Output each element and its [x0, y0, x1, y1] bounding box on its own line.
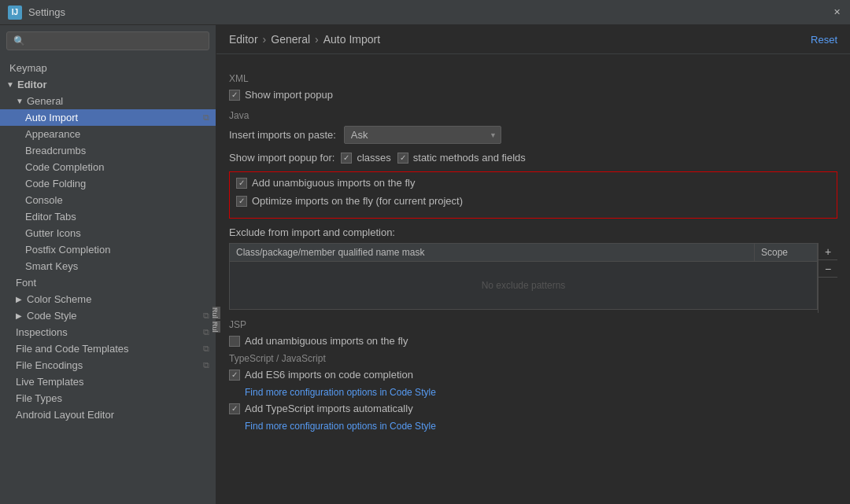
add-es6-text: Add ES6 imports on code completion	[245, 369, 413, 381]
sidebar-item-general[interactable]: ▼ General	[0, 93, 216, 109]
sidebar-item-editor-tabs[interactable]: Editor Tabs	[0, 208, 216, 225]
sidebar-item-smart-keys[interactable]: Smart Keys	[0, 258, 216, 274]
sidebar-item-android-layout-editor[interactable]: Android Layout Editor	[0, 407, 216, 423]
sidebar-item-breadcrumbs[interactable]: Breadcrumbs	[0, 142, 216, 159]
settings-window: IJ Settings ✕ 🔍 Keymap ▼ Editor	[0, 0, 850, 504]
copy-icon: ⧉	[203, 344, 209, 354]
nav-label: Code Folding	[25, 178, 86, 189]
window-controls: ✕	[831, 7, 842, 18]
static-methods-checkbox-label[interactable]: static methods and fields	[397, 152, 526, 164]
sidebar-item-code-style[interactable]: ▶ Code Style ⧉	[0, 307, 216, 324]
app-icon: IJ	[8, 6, 22, 20]
jsp-section-title: JSP	[229, 319, 837, 330]
nav-label: Breadcrumbs	[25, 145, 86, 156]
nav-label: Android Layout Editor	[16, 409, 114, 421]
add-typescript-label[interactable]: Add TypeScript imports automatically	[229, 403, 413, 414]
exclude-table-container: Class/package/member qualified name mask…	[229, 243, 818, 310]
sidebar-item-color-scheme[interactable]: ▶ Color Scheme	[0, 291, 216, 307]
sidebar-item-editor[interactable]: ▼ Editor	[0, 76, 216, 93]
xml-section-title: XML	[229, 73, 837, 84]
nav-label: General	[27, 95, 63, 107]
jsp-add-unambiguous-text: Add unambiguous imports on the fly	[245, 335, 408, 347]
classes-checkbox[interactable]	[341, 153, 352, 164]
nav-label: Inspections	[16, 326, 68, 338]
jsp-section: JSP Add unambiguous imports on the fly	[229, 319, 837, 347]
typescript-section: TypeScript / JavaScript Add ES6 imports …	[229, 353, 837, 432]
optimize-imports-label[interactable]: Optimize imports on the fly (for current…	[236, 195, 463, 207]
content-area: Editor › General › Auto Import Reset XML	[216, 25, 850, 504]
table-empty-message: No exclude patterns	[230, 262, 817, 309]
sidebar-item-inspections[interactable]: Inspections ⧉	[0, 324, 216, 340]
classes-text: classes	[357, 152, 390, 164]
main-content: 🔍 Keymap ▼ Editor ▼ General Auto Import	[0, 25, 850, 504]
sidebar-item-console[interactable]: Console	[0, 192, 216, 208]
classes-checkbox-label[interactable]: classes	[341, 152, 390, 164]
breadcrumb: Editor › General › Auto Import	[229, 33, 380, 46]
exclude-label: Exclude from import and completion:	[229, 226, 395, 238]
nav-label: Keymap	[9, 62, 47, 74]
add-es6-checkbox[interactable]	[229, 370, 240, 381]
expand-arrow: ▶	[16, 295, 24, 304]
reset-button[interactable]: Reset	[811, 34, 837, 46]
copy-icon: ⧉	[203, 112, 209, 123]
xml-show-import-label[interactable]: Show import popup	[229, 89, 333, 101]
xml-show-import-row: Show import popup	[229, 89, 837, 101]
table-add-button[interactable]: +	[819, 243, 837, 260]
add-typescript-row: Add TypeScript imports automatically	[229, 403, 837, 414]
exclude-table-wrapper: Class/package/member qualified name mask…	[229, 243, 837, 313]
sidebar-item-code-completion[interactable]: Code Completion	[0, 159, 216, 175]
sidebar-item-file-types[interactable]: File Types	[0, 390, 216, 407]
sidebar-item-auto-import[interactable]: Auto Import ⧉	[0, 109, 216, 126]
search-input[interactable]	[28, 35, 202, 46]
nav-label: Appearance	[25, 128, 80, 140]
optimize-imports-checkbox[interactable]	[236, 196, 247, 207]
jsp-add-unambiguous-checkbox[interactable]	[229, 336, 240, 347]
titlebar: IJ Settings ✕	[0, 0, 850, 25]
sidebar-item-gutter-icons[interactable]: Gutter Icons	[0, 225, 216, 241]
window-title: Settings	[28, 6, 65, 18]
insert-imports-select[interactable]: Ask Always Never	[344, 126, 501, 144]
xml-show-import-checkbox[interactable]	[229, 90, 240, 101]
insert-imports-label: Insert imports on paste:	[229, 129, 336, 141]
table-remove-button[interactable]: −	[819, 260, 837, 278]
nav-tree: Keymap ▼ Editor ▼ General Auto Import ⧉ …	[0, 57, 216, 504]
add-typescript-link[interactable]: Find more configuration options in Code …	[245, 421, 837, 432]
copy-icon: ⧉	[203, 311, 209, 321]
add-unambiguous-label[interactable]: Add unambiguous imports on the fly	[236, 177, 415, 189]
sidebar-item-font[interactable]: Font	[0, 274, 216, 291]
add-typescript-checkbox[interactable]	[229, 403, 240, 414]
sidebar-item-live-templates[interactable]: Live Templates	[0, 373, 216, 390]
jsp-add-unambiguous-row: Add unambiguous imports on the fly	[229, 335, 837, 347]
sidebar-item-code-folding[interactable]: Code Folding	[0, 175, 216, 192]
java-section-title: Java	[229, 110, 837, 121]
nav-label: Font	[16, 277, 36, 289]
nav-label: Editor	[17, 79, 47, 90]
sidebar-item-appearance[interactable]: Appearance	[0, 126, 216, 142]
breadcrumb-general: General	[271, 33, 310, 46]
close-button[interactable]: ✕	[831, 7, 842, 18]
nav-label: File Types	[16, 392, 62, 404]
add-unambiguous-checkbox[interactable]	[236, 178, 247, 189]
add-es6-link[interactable]: Find more configuration options in Code …	[245, 387, 837, 398]
sidebar-item-keymap[interactable]: Keymap	[0, 60, 216, 76]
add-es6-label[interactable]: Add ES6 imports on code completion	[229, 369, 413, 381]
search-box[interactable]: 🔍	[6, 31, 209, 50]
xml-show-import-text: Show import popup	[245, 89, 333, 101]
sidebar-item-file-code-templates[interactable]: File and Code Templates ⧉	[0, 340, 216, 357]
optimize-imports-row: Optimize imports on the fly (for current…	[236, 195, 830, 207]
xml-section: XML Show import popup	[229, 73, 837, 101]
show-popup-label: Show import popup for:	[229, 152, 334, 164]
nav-label: Gutter Icons	[25, 227, 81, 239]
static-methods-checkbox[interactable]	[397, 153, 408, 164]
table-col-scope: Scope	[754, 244, 817, 261]
rul-label-2: Rul	[213, 321, 220, 333]
copy-icon: ⧉	[203, 327, 209, 337]
jsp-add-unambiguous-label[interactable]: Add unambiguous imports on the fly	[229, 335, 408, 347]
sidebar-item-file-encodings[interactable]: File Encodings ⧉	[0, 357, 216, 373]
content-header: Editor › General › Auto Import Reset	[216, 25, 850, 54]
breadcrumb-auto-import: Auto Import	[323, 33, 380, 46]
add-unambiguous-text: Add unambiguous imports on the fly	[252, 177, 415, 189]
breadcrumb-sep-1: ›	[263, 33, 267, 46]
sidebar-item-postfix-completion[interactable]: Postfix Completion	[0, 241, 216, 258]
expand-arrow: ▼	[16, 97, 24, 105]
